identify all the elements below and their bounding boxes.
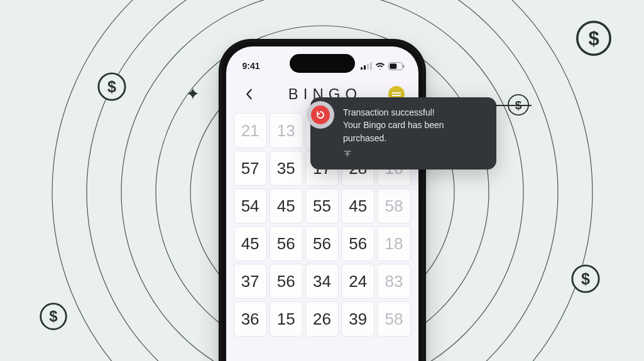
notification-toast[interactable]: Transaction successful! Your Bingo card … (310, 97, 496, 170)
bingo-cell[interactable]: 58 (377, 188, 410, 224)
sparkle-icon (186, 87, 200, 100)
dollar-coin-icon: $ (38, 301, 68, 331)
svg-rect-23 (403, 65, 404, 68)
phone-frame: 9:41 (219, 39, 426, 361)
bingo-cell[interactable]: 54 (234, 188, 267, 224)
svg-text:$: $ (107, 78, 116, 95)
svg-rect-22 (390, 63, 396, 68)
notification-connector-line (494, 105, 532, 106)
bingo-cell[interactable]: 45 (234, 226, 267, 261)
bingo-cell[interactable]: 24 (341, 264, 374, 299)
bingo-cell[interactable]: 58 (377, 301, 410, 337)
bingo-cell[interactable]: 45 (270, 188, 303, 224)
bingo-cell[interactable]: 56 (270, 226, 303, 261)
refresh-icon (315, 110, 325, 120)
back-button[interactable] (240, 85, 258, 103)
notification-collapse-icon (343, 148, 485, 161)
notification-app-icon (307, 101, 334, 129)
battery-icon (388, 62, 405, 70)
bingo-cell[interactable]: 56 (270, 264, 303, 299)
svg-rect-17 (361, 67, 363, 70)
bingo-cell[interactable]: 15 (270, 301, 303, 337)
bingo-cell[interactable]: 35 (270, 151, 303, 186)
dollar-coin-icon: $ (570, 263, 601, 294)
chevron-left-icon (244, 89, 253, 100)
svg-rect-18 (364, 65, 366, 70)
bingo-cell[interactable]: 56 (305, 226, 339, 261)
notification-title: Transaction successful! (343, 106, 485, 119)
svg-text:$: $ (581, 270, 590, 288)
bingo-cell[interactable]: 45 (341, 188, 374, 224)
bingo-cell[interactable]: 26 (305, 301, 339, 337)
bingo-cell[interactable]: 56 (341, 226, 374, 261)
dollar-coin-icon: $ (574, 19, 613, 58)
svg-text:$: $ (49, 308, 58, 325)
dynamic-island (290, 54, 355, 73)
bingo-cell[interactable]: 36 (234, 301, 267, 337)
phone-screen: 9:41 (226, 46, 418, 361)
bingo-cell[interactable]: 34 (305, 264, 339, 299)
bingo-cell[interactable]: 21 (234, 113, 267, 148)
bingo-cell[interactable]: 13 (270, 113, 303, 148)
notification-body: Your Bingo card has been purchased. (343, 119, 485, 144)
cellular-icon (361, 62, 372, 70)
dollar-coin-icon: $ (96, 71, 128, 102)
bingo-cell[interactable]: 37 (234, 264, 267, 299)
bingo-cell[interactable]: 83 (377, 264, 410, 299)
svg-text:$: $ (588, 28, 599, 50)
svg-rect-19 (367, 64, 369, 70)
bingo-cell[interactable]: 39 (341, 301, 374, 337)
status-time: 9:41 (243, 61, 260, 71)
bingo-cell[interactable]: 55 (305, 188, 339, 224)
svg-rect-20 (370, 62, 372, 70)
bingo-cell[interactable]: 57 (234, 151, 267, 186)
bingo-cell[interactable]: 18 (377, 226, 410, 261)
wifi-icon (375, 62, 385, 70)
